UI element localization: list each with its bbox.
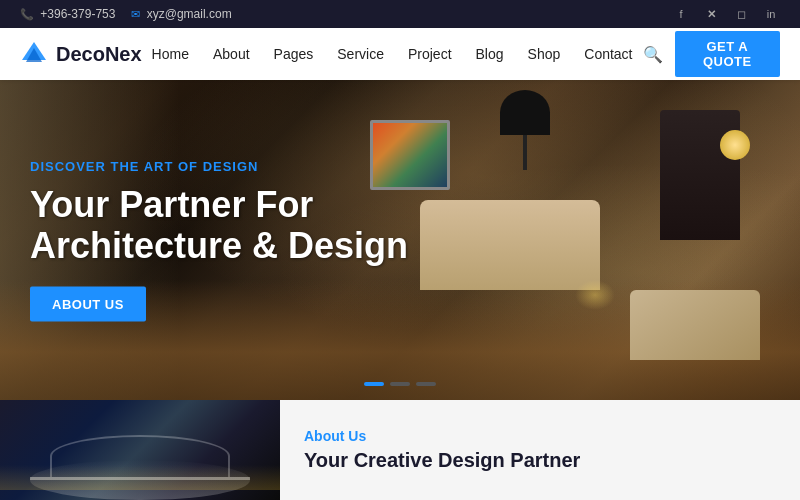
nav-item-blog[interactable]: Blog: [466, 40, 514, 68]
hero-sofa: [420, 200, 600, 290]
nav-link-contact[interactable]: Contact: [574, 40, 642, 68]
dot-2[interactable]: [390, 382, 410, 386]
dot-1[interactable]: [364, 382, 384, 386]
nav-link-blog[interactable]: Blog: [466, 40, 514, 68]
nav-link-project[interactable]: Project: [398, 40, 462, 68]
get-quote-button[interactable]: GET A QUOTE: [675, 31, 780, 77]
hero-shelf: [660, 110, 740, 240]
nav-item-home[interactable]: Home: [142, 40, 199, 68]
nav-link-about[interactable]: About: [203, 40, 260, 68]
logo-deco: Deco: [56, 43, 105, 65]
hero-flowers: [575, 280, 615, 310]
nav-link-home[interactable]: Home: [142, 40, 199, 68]
nav-links: Home About Pages Service Project Blog Sh…: [142, 40, 643, 68]
nav-item-about[interactable]: About: [203, 40, 260, 68]
hero-title-line1: Your Partner For: [30, 184, 313, 225]
hero-clock: [720, 130, 750, 160]
hero-title: Your Partner For Architecture & Design: [30, 184, 408, 267]
social-icons: f ✕ ◻ in: [672, 5, 780, 23]
phone-icon: 📞: [20, 8, 34, 20]
about-text: About Us Your Creative Design Partner: [280, 400, 604, 500]
about-section: About Us Your Creative Design Partner: [0, 400, 800, 500]
nav-item-shop[interactable]: Shop: [518, 40, 571, 68]
nav-right: 🔍 GET A QUOTE: [643, 31, 780, 77]
about-label: About Us: [304, 428, 580, 444]
about-image: [0, 400, 280, 500]
nav-item-project[interactable]: Project: [398, 40, 462, 68]
nav-item-service[interactable]: Service: [327, 40, 394, 68]
email-info: ✉ xyz@gmail.com: [131, 7, 231, 21]
nav-link-service[interactable]: Service: [327, 40, 394, 68]
search-button[interactable]: 🔍: [643, 45, 663, 64]
hero-lamp-container: [500, 90, 550, 170]
logo-text: DecoNex: [56, 43, 142, 66]
nav-link-shop[interactable]: Shop: [518, 40, 571, 68]
phone-info: 📞 +396-379-753: [20, 7, 115, 21]
top-bar-left: 📞 +396-379-753 ✉ xyz@gmail.com: [20, 7, 232, 21]
email-address: xyz@gmail.com: [147, 7, 232, 21]
dot-3[interactable]: [416, 382, 436, 386]
hero-dots: [364, 382, 436, 386]
logo-icon: [20, 40, 48, 68]
top-bar: 📞 +396-379-753 ✉ xyz@gmail.com f ✕ ◻ in: [0, 0, 800, 28]
hero-cta-button[interactable]: ABOUT US: [30, 286, 146, 321]
hero-content: DISCOVER THE ART OF DESIGN Your Partner …: [30, 159, 408, 322]
twitter-icon[interactable]: ✕: [702, 5, 720, 23]
hero-armchair: [630, 290, 760, 360]
nav-item-pages[interactable]: Pages: [264, 40, 324, 68]
phone-number: +396-379-753: [40, 7, 115, 21]
about-title: Your Creative Design Partner: [304, 448, 580, 472]
linkedin-icon[interactable]: in: [762, 5, 780, 23]
instagram-icon[interactable]: ◻: [732, 5, 750, 23]
facebook-icon[interactable]: f: [672, 5, 690, 23]
nav-item-contact[interactable]: Contact: [574, 40, 642, 68]
logo-nex: Nex: [105, 43, 142, 65]
hero-title-line2: Architecture & Design: [30, 225, 408, 266]
navbar: DecoNex Home About Pages Service Project…: [0, 28, 800, 80]
email-icon: ✉: [131, 8, 140, 20]
nav-link-pages[interactable]: Pages: [264, 40, 324, 68]
hero-subtitle: DISCOVER THE ART OF DESIGN: [30, 159, 408, 174]
hero-section: DISCOVER THE ART OF DESIGN Your Partner …: [0, 80, 800, 400]
city-glow: [0, 465, 280, 490]
logo[interactable]: DecoNex: [20, 40, 142, 68]
